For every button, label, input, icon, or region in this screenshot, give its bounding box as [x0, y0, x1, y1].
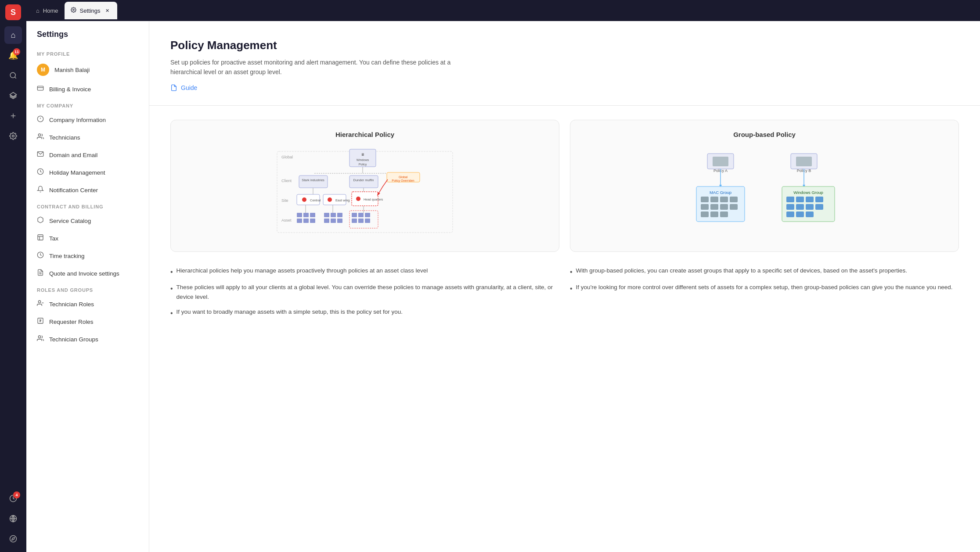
settings-tab-label: Settings [80, 7, 101, 14]
svg-text:Head quarters: Head quarters [364, 198, 383, 201]
hierarchical-policy-title: Hierarchical Policy [181, 131, 548, 138]
section-label-company: MY COMPANY [26, 98, 149, 111]
sidebar-item-label: Quote and Invoice settings [49, 270, 119, 277]
nav-graph[interactable] [4, 510, 22, 527]
time-icon [37, 251, 44, 260]
bullet-item: With group-based policies, you can creat… [570, 266, 959, 278]
svg-rect-113 [815, 204, 823, 210]
svg-rect-70 [337, 213, 342, 217]
tab-close-button[interactable]: ✕ [104, 7, 111, 14]
app-logo[interactable]: S [5, 4, 21, 20]
tab-home[interactable]: ⌂ Home [30, 2, 65, 19]
holiday-icon [37, 168, 44, 177]
svg-point-56 [356, 197, 360, 201]
app-navbar: S ⌂ 🔔 11 4 [0, 0, 26, 552]
technicians-icon [37, 133, 44, 142]
sidebar-item-label: Notification Center [49, 187, 98, 194]
svg-rect-81 [365, 219, 370, 223]
svg-text:Global: Global [399, 176, 408, 179]
svg-point-50 [302, 197, 306, 202]
sidebar-item-label: Technician Roles [49, 301, 94, 308]
home-tab-label: Home [43, 7, 58, 14]
svg-rect-66 [310, 219, 315, 223]
avatar: M [37, 64, 49, 76]
bullet-item: Hierarchical policies help you manage as… [170, 266, 559, 278]
sidebar-item-tech-roles[interactable]: Technician Roles [26, 295, 149, 313]
sidebar-item-company-info[interactable]: Company Information [26, 111, 149, 129]
sidebar-item-tax[interactable]: Tax [26, 229, 149, 247]
nav-bell[interactable]: 🔔 11 [4, 47, 22, 64]
svg-rect-79 [352, 219, 357, 223]
section-label-profile: MY PROFILE [26, 46, 149, 59]
sidebar-item-label: Holiday Management [49, 169, 105, 176]
svg-point-28 [38, 336, 40, 338]
sidebar-item-holiday[interactable]: Holiday Management [26, 164, 149, 181]
svg-point-16 [38, 134, 40, 136]
svg-point-0 [10, 72, 15, 78]
sidebar-item-profile[interactable]: M Manish Balaji [26, 59, 149, 80]
svg-rect-102 [710, 211, 718, 217]
sidebar-item-tech-groups[interactable]: Technician Groups [26, 330, 149, 348]
svg-rect-65 [303, 219, 309, 223]
sidebar-item-technicians[interactable]: Technicians [26, 129, 149, 146]
sidebar-item-billing[interactable]: Billing & Invoice [26, 80, 149, 98]
sidebar-item-label: Domain and Email [49, 152, 97, 158]
invoice-icon [37, 269, 44, 278]
section-label-billing: CONTRACT AND BILLING [26, 199, 149, 212]
svg-text:East wing: East wing [335, 198, 350, 202]
nav-plus[interactable] [4, 107, 22, 125]
svg-text:Windows: Windows [357, 158, 369, 161]
nav-clock[interactable]: 4 [4, 490, 22, 507]
billing-icon [37, 85, 44, 93]
requester-roles-icon [37, 317, 44, 326]
sidebar-item-service-catalog[interactable]: Service Catalog [26, 212, 149, 229]
sidebar-item-label: Time tracking [49, 253, 85, 259]
svg-rect-80 [358, 219, 364, 223]
svg-rect-116 [806, 211, 814, 217]
svg-rect-109 [815, 197, 823, 202]
sidebar-item-domain-email[interactable]: Domain and Email [26, 146, 149, 164]
svg-rect-110 [786, 204, 794, 210]
group-based-policy-title: Group-based Policy [581, 131, 948, 138]
svg-point-8 [10, 536, 17, 542]
tab-settings[interactable]: Settings ✕ [65, 2, 117, 19]
hierarchical-policy-card: Hierarchical Policy Global 🖥 Windows Pol… [170, 120, 559, 252]
svg-rect-73 [337, 219, 342, 223]
nav-search[interactable] [4, 67, 22, 84]
page-title: Policy Management [170, 39, 959, 52]
nav-settings[interactable] [4, 127, 22, 145]
group-based-bullets: With group-based policies, you can creat… [570, 266, 959, 324]
svg-text:🖥: 🖥 [361, 153, 364, 157]
svg-rect-64 [297, 219, 302, 223]
group-based-policy-card: Group-based Policy Policy A Policy B [570, 120, 959, 252]
svg-rect-107 [796, 197, 804, 202]
sidebar-title: Settings [26, 28, 149, 46]
home-tab-icon: ⌂ [36, 7, 40, 14]
nav-compass[interactable] [4, 530, 22, 548]
svg-text:Client: Client [281, 179, 292, 183]
settings-tab-icon [71, 7, 76, 14]
sidebar-item-requester-roles[interactable]: Requester Roles [26, 313, 149, 330]
svg-point-25 [38, 301, 40, 303]
nav-home[interactable]: ⌂ [4, 26, 22, 44]
svg-rect-62 [303, 213, 309, 217]
sidebar-item-notification[interactable]: Notification Center [26, 181, 149, 199]
svg-text:Global: Global [281, 155, 293, 159]
svg-rect-86 [796, 157, 812, 166]
sidebar-item-label: Billing & Invoice [49, 86, 91, 93]
svg-rect-108 [806, 197, 814, 202]
service-icon [37, 216, 44, 225]
sidebar-item-quote-invoice[interactable]: Quote and Invoice settings [26, 265, 149, 282]
content-divider [149, 105, 980, 106]
nav-layers[interactable] [4, 87, 22, 104]
hierarchical-bullets: Hierarchical policies help you manage as… [170, 266, 559, 324]
sidebar-item-time-tracking[interactable]: Time tracking [26, 247, 149, 265]
svg-point-4 [12, 135, 14, 137]
bullets-grid: Hierarchical policies help you manage as… [170, 266, 959, 324]
guide-link[interactable]: Guide [170, 84, 197, 91]
domain-icon [37, 151, 44, 159]
svg-text:Windows Group: Windows Group [793, 190, 823, 195]
svg-rect-101 [701, 211, 709, 217]
clock-badge: 4 [13, 491, 20, 498]
tech-groups-icon [37, 335, 44, 344]
